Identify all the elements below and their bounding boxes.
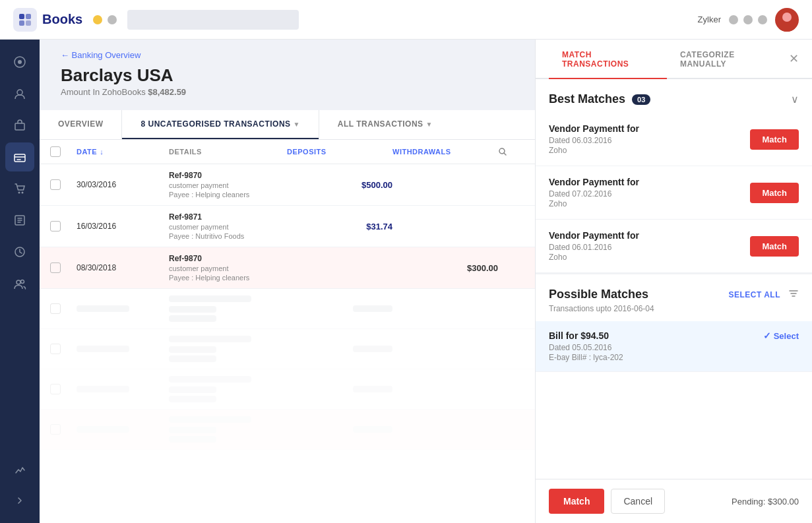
svg-point-5	[779, 24, 795, 32]
possible-info-1: Bill for $94.50 Dated 05.05.2016 E-bay B…	[549, 330, 763, 362]
possible-matches-subtitle: Transactions upto 2016-06-04	[536, 304, 812, 321]
row-checkbox-s1[interactable]	[50, 303, 61, 314]
svg-rect-2	[19, 20, 24, 26]
pending-amount-text: Pending: $300.00	[732, 497, 799, 507]
possible-select-button-1[interactable]: ✓ Select	[763, 330, 799, 341]
row-checkbox-s3[interactable]	[50, 384, 61, 394]
action-match-button[interactable]: Match	[549, 489, 604, 514]
panel-close-button[interactable]: ✕	[789, 40, 799, 78]
topbar: Books Zylker	[0, 0, 812, 40]
sidebar-item-inventory[interactable]	[5, 111, 34, 140]
topbar-right-section: Zylker	[698, 8, 799, 32]
row-checkbox-1[interactable]	[50, 179, 61, 190]
table-row: 16/03/2016 Ref-9871 customer payment Pay…	[40, 206, 535, 247]
topbar-icon-3[interactable]	[758, 15, 767, 24]
sidebar-item-contacts[interactable]	[5, 79, 34, 108]
table-header-row: DATE ↓ DETAILS DEPOSITS WITHDRAWALS	[40, 140, 535, 164]
topbar-icon-group	[729, 15, 767, 24]
match-info-2: Vendor Paymentt for Dated 07.02.2016 Zoh…	[549, 177, 750, 208]
panel-tabs: MATCH TRANSACTIONS CATEGORIZE MANUALLY ✕	[536, 40, 812, 79]
sort-icon: ↓	[100, 148, 104, 156]
match-button-1[interactable]: Match	[750, 129, 799, 150]
avatar[interactable]	[775, 8, 799, 32]
match-title-2: Vendor Paymentt for	[549, 177, 750, 187]
match-vendor-3: Zoho	[549, 253, 750, 262]
panel-tab-match[interactable]: MATCH TRANSACTIONS	[549, 40, 667, 79]
row-checkbox-s2[interactable]	[50, 344, 61, 354]
match-title-3: Vendor Paymentt for	[549, 230, 750, 241]
match-date-1: Dated 06.03.2016	[549, 136, 750, 145]
sidebar-item-shopping[interactable]	[5, 174, 34, 203]
bank-title: Barclays USA	[61, 65, 514, 86]
th-withdrawals: WITHDRAWALS	[392, 146, 498, 157]
svg-rect-3	[26, 20, 31, 26]
filter-icon[interactable]	[788, 288, 799, 301]
svg-rect-10	[15, 154, 25, 162]
svg-point-11	[18, 192, 20, 194]
table-row-skeleton-2	[40, 329, 535, 369]
match-info-1: Vendor Paymentt for Dated 06.03.2016 Zoh…	[549, 123, 750, 155]
match-title-1: Vendor Paymentt for	[549, 123, 750, 134]
action-cancel-button[interactable]: Cancel	[611, 489, 665, 514]
content-area: ← Banking Overview Barclays USA Amount I…	[40, 40, 535, 523]
sidebar-expand-button[interactable]	[5, 486, 34, 515]
match-button-3[interactable]: Match	[750, 236, 799, 257]
cell-deposit-2: $31.74	[287, 222, 392, 231]
sidebar-item-banking[interactable]	[5, 142, 34, 171]
best-matches-chevron[interactable]: ∨	[791, 93, 799, 106]
user-menu[interactable]: Zylker	[698, 15, 721, 24]
row-checkbox-3[interactable]	[50, 262, 61, 273]
sidebar-item-orders[interactable]	[5, 206, 34, 235]
right-panel: MATCH TRANSACTIONS CATEGORIZE MANUALLY ✕…	[535, 40, 812, 523]
possible-item-1: Bill for $94.50 Dated 05.05.2016 E-bay B…	[536, 321, 812, 372]
window-controls	[93, 15, 117, 24]
bank-amount: Amount In ZohoBooks $8,482.59	[61, 87, 514, 97]
table-row-highlighted: 08/30/2018 Ref-9870 customer payment Pay…	[40, 247, 535, 289]
match-item-3: Vendor Paymentt for Dated 06.01.2016 Zoh…	[536, 220, 812, 273]
action-bar: Match Cancel Pending: $300.00	[536, 479, 812, 523]
sidebar-item-clock[interactable]	[5, 237, 34, 266]
select-all-button[interactable]: SELECT ALL	[728, 290, 780, 299]
match-vendor-2: Zoho	[549, 199, 750, 208]
tab-all-transactions[interactable]: ALL TRANSACTIONS ▼	[319, 110, 451, 139]
possible-matches-title: Possible Matches	[549, 288, 648, 301]
possible-title-1: Bill for $94.50	[549, 330, 763, 341]
back-link[interactable]: ← Banking Overview	[61, 50, 514, 60]
topbar-icon-2[interactable]	[743, 15, 753, 24]
possible-ref-1: E-bay Bill# : lyca-202	[549, 353, 763, 362]
topbar-search-bar	[127, 10, 299, 30]
sidebar-item-reports[interactable]	[5, 454, 34, 483]
sidebar-item-users[interactable]	[5, 269, 34, 298]
row-checkbox-2[interactable]	[50, 221, 61, 231]
svg-rect-9	[15, 123, 24, 130]
th-deposits: DEPOSITS	[287, 146, 392, 157]
table-row: 30/03/2016 Ref-9870 customer payment Pay…	[40, 164, 535, 206]
match-button-2[interactable]: Match	[750, 183, 799, 203]
panel-tab-categorize[interactable]: CATEGORIZE MANUALLY	[667, 40, 789, 79]
select-all-checkbox[interactable]	[50, 146, 61, 157]
sidebar-item-dashboard[interactable]	[5, 47, 34, 77]
match-item-1: Vendor Paymentt for Dated 06.03.2016 Zoh…	[536, 113, 812, 166]
row-checkbox-s4[interactable]	[50, 424, 61, 435]
tab-overview[interactable]: OVERVIEW	[40, 110, 121, 139]
match-vendor-1: Zoho	[549, 146, 750, 155]
th-date[interactable]: DATE ↓	[77, 146, 169, 157]
tab-uncategorised[interactable]: 8 UNCATEGORISED TRANSACTIONS ▼	[122, 110, 318, 139]
svg-point-4	[782, 13, 792, 22]
th-search[interactable]	[498, 146, 524, 157]
logo-text: Books	[42, 12, 82, 27]
svg-rect-1	[26, 14, 31, 19]
best-matches-title: Best Matches 03	[549, 92, 650, 106]
match-date-2: Dated 07.02.2016	[549, 189, 750, 199]
table-row-skeleton-4	[40, 410, 535, 450]
panel-body: Best Matches 03 ∨ Vendor Paymentt for Da…	[536, 79, 812, 479]
svg-point-12	[22, 192, 24, 194]
topbar-icon-1[interactable]	[729, 15, 738, 24]
match-date-3: Dated 06.01.2016	[549, 243, 750, 252]
best-matches-badge: 03	[632, 94, 650, 105]
maximize-dot	[108, 15, 117, 24]
cell-details-2: Ref-9871 customer payment Payee : Nutrit…	[169, 212, 287, 240]
tabs-row: OVERVIEW 8 UNCATEGORISED TRANSACTIONS ▼ …	[40, 110, 535, 140]
banking-nav: ← Banking Overview Barclays USA Amount I…	[40, 40, 535, 97]
svg-point-7	[18, 60, 22, 64]
